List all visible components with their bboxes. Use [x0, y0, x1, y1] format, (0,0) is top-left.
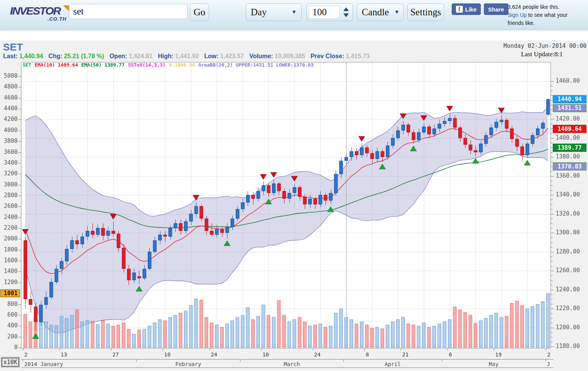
bars-count-value[interactable]: 100 [309, 6, 340, 19]
stat-value: 10,009,385 [274, 53, 305, 59]
spinner-up-arrow-icon[interactable] [343, 7, 349, 11]
go-button[interactable]: Go [190, 3, 209, 21]
stat-label: Chg: [49, 53, 62, 59]
stat-value: 1,441.92 [175, 53, 199, 59]
stat-value: 1,424.81 [129, 53, 152, 59]
quote-header: SET Monday 02-Jun-2014 00:00 Last Update… [0, 41, 588, 61]
logo-triangle-icon [63, 5, 69, 11]
period-select[interactable]: Day ▼ [246, 3, 302, 21]
legend-item: SET [23, 62, 31, 68]
facebook-icon: f [456, 6, 463, 13]
legend-item: EMA(50) 1389.77 [82, 62, 125, 68]
stat-label: Volume: [249, 53, 273, 59]
bars-count-spinner[interactable]: 100 [306, 3, 353, 21]
spinner-down-arrow-icon[interactable] [343, 13, 349, 17]
chart-type-select[interactable]: Candle ▼ [357, 3, 403, 21]
settings-button[interactable]: Settings [407, 3, 444, 21]
stat-label: Low: [204, 53, 219, 59]
quote-stats-row: Last:1,440.94Chg:25.21 (1.78 %)Open:1,42… [3, 53, 375, 60]
stat-label: Last: [3, 53, 18, 59]
chevron-down-icon: ▼ [291, 9, 297, 15]
facebook-like-button[interactable]: f Like [452, 3, 481, 15]
legend-item: EMA(10) 1409.64 [35, 62, 78, 68]
stat-value: 25.21 (1.78 %) [64, 53, 104, 59]
last-update-label: Last Update:8:1 [521, 51, 563, 58]
investor-logo[interactable]: INVESTOR .CO.TH [10, 5, 67, 22]
logo-tld: .CO.TH [10, 16, 67, 22]
stat-label: Open: [109, 53, 127, 59]
facebook-social-text: 3,624 people like this. Sign Up to see w… [508, 3, 586, 27]
symbol-title: SET [3, 41, 23, 53]
stat-label: Prev Close: [310, 53, 344, 59]
stat-value: 1,423.57 [220, 53, 244, 59]
stat-value: 1,415.73 [346, 53, 369, 59]
facebook-share-button[interactable]: Share [484, 3, 508, 15]
legend-item: AreaBB(20,2) UPPER:1431.51 LOWER:1370.03 [198, 62, 314, 68]
sign-up-link[interactable]: Sign Up [508, 12, 527, 18]
quote-datetime: Monday 02-Jun-2014 00:00 [503, 42, 586, 49]
indicator-legend: SETEMA(10) 1409.64EMA(50) 1389.77SSToX(1… [23, 62, 317, 68]
legend-item: SSToX(14,3,3) [128, 62, 165, 68]
toolbar: INVESTOR .CO.TH Go Day ▼ 100 Candle ▼ Se… [0, 0, 588, 30]
stat-value: 1,440.94 [19, 53, 43, 59]
price-chart-canvas[interactable] [0, 61, 588, 371]
symbol-search-input[interactable] [69, 4, 188, 19]
stat-label: High: [158, 53, 173, 59]
logo-text: INVESTOR [10, 5, 60, 17]
chevron-down-icon: ▼ [394, 9, 400, 15]
legend-item: V:1000.94 [169, 62, 195, 68]
